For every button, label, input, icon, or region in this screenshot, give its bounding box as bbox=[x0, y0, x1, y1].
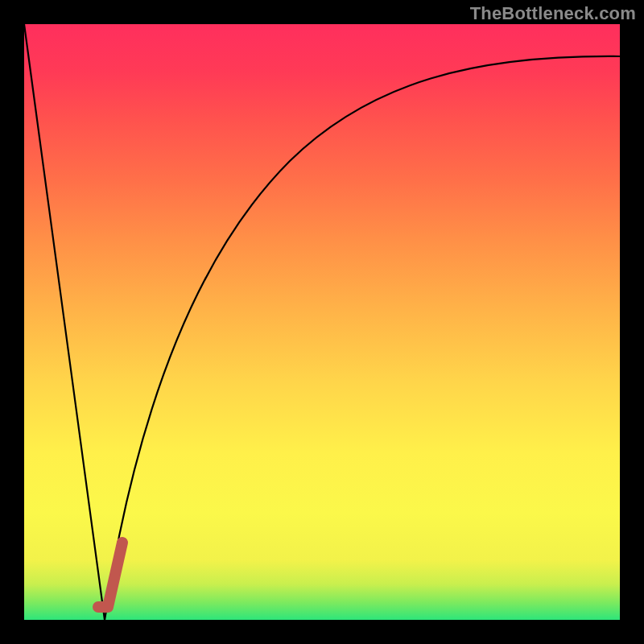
bottleneck-curve bbox=[24, 24, 620, 620]
chart-svg bbox=[24, 24, 620, 620]
chart-frame: TheBottleneck.com bbox=[0, 0, 644, 644]
brand-watermark: TheBottleneck.com bbox=[470, 3, 636, 24]
